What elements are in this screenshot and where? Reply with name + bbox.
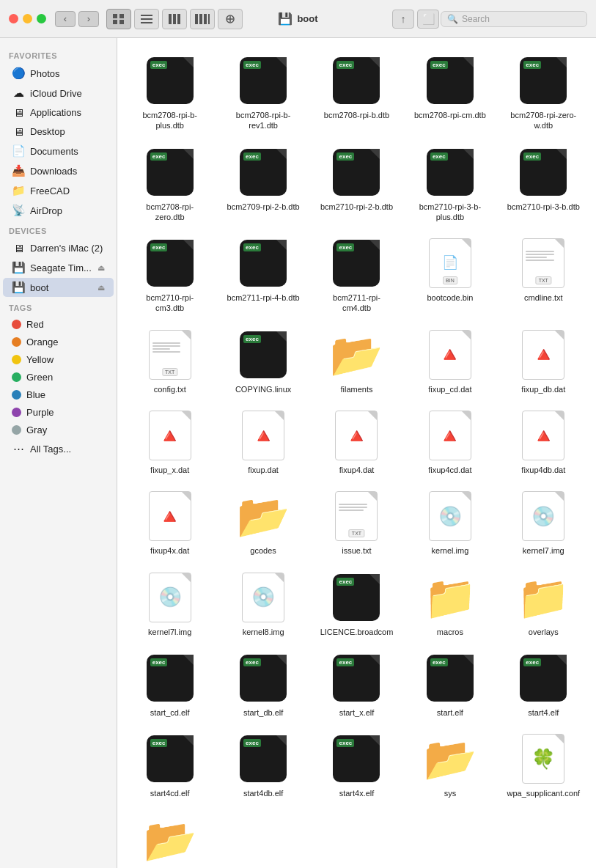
seagate-eject-icon[interactable]: ⏏ — [98, 263, 105, 273]
file-item[interactable]: exec start4db.elf — [218, 728, 308, 803]
sidebar-item-downloads[interactable]: 📥 Downloads — [3, 161, 114, 180]
file-item[interactable]: 🔺 fixup_db.dat — [498, 324, 589, 399]
sidebar-item-darren-imac[interactable]: 🖥 Darren's iMac (2) — [3, 239, 114, 257]
file-item[interactable]: 🔺 fixup4db.dat — [498, 405, 589, 479]
file-item[interactable]: exec bcm2710-rpi-cm3.dtb — [125, 232, 215, 318]
file-item[interactable]: exec start_cd.elf — [125, 647, 215, 722]
file-item[interactable]: 📂 www — [125, 809, 215, 868]
file-item[interactable]: 🍀 wpa_supplicant.conf — [498, 728, 589, 803]
file-item[interactable]: exec bcm2708-rpi-zero.dtb — [125, 141, 215, 227]
file-label: bcm2710-rpi-3-b.dtb — [507, 202, 580, 212]
file-item[interactable]: exec bcm2711-rpi-cm4.dtb — [312, 232, 402, 318]
maximize-button[interactable] — [37, 14, 46, 23]
file-label: start4x.elf — [339, 788, 375, 798]
gallery-view-button[interactable] — [190, 9, 215, 29]
folder-icon: 📂 — [330, 334, 383, 376]
file-item[interactable]: TXT config.txt — [125, 324, 215, 399]
sidebar-item-seagate[interactable]: 💾 Seagate Tim... ⏏ — [3, 258, 114, 277]
file-item[interactable]: 🔺 fixup4.dat — [312, 405, 402, 479]
file-item[interactable]: exec bcm2711-rpi-4-b.dtb — [218, 232, 308, 318]
file-item[interactable]: exec bcm2708-rpi-cm.dtb — [405, 50, 495, 136]
sidebar-item-blue[interactable]: Blue — [3, 386, 114, 403]
sidebar-item-freecad[interactable]: 📁 FreeCAD — [3, 181, 114, 200]
file-item[interactable]: 📂 filaments — [312, 324, 402, 399]
file-item[interactable]: exec bcm2708-rpi-b-rev1.dtb — [218, 50, 308, 136]
column-view-button[interactable] — [162, 9, 187, 29]
file-item[interactable]: exec bcm2708-rpi-b.dtb — [312, 50, 402, 136]
svg-rect-5 — [141, 18, 152, 20]
file-item[interactable]: exec start4.elf — [498, 647, 589, 722]
sidebar-item-icloud[interactable]: ☁ iCloud Drive — [3, 84, 114, 103]
window-buttons — [9, 14, 46, 23]
file-item[interactable]: 📄 BIN bootcode.bin — [405, 232, 495, 318]
file-item[interactable]: exec start.elf — [405, 647, 495, 722]
file-item[interactable]: 💿 kernel7l.img — [125, 567, 215, 641]
icon-view-button[interactable] — [106, 9, 131, 29]
search-bar[interactable]: 🔍 Search — [441, 11, 587, 27]
sidebar-item-all-tags[interactable]: ⋯ All Tags... — [3, 439, 114, 458]
sidebar-item-airdrop[interactable]: 📡 AirDrop — [3, 201, 114, 220]
file-item[interactable]: 💿 kernel7.img — [498, 485, 589, 560]
file-item[interactable]: 💿 kernel8.img — [218, 567, 308, 641]
file-item[interactable]: 🔺 fixup4cd.dat — [405, 405, 495, 479]
sidebar-item-red[interactable]: Red — [3, 316, 114, 333]
file-item[interactable]: exec start_db.elf — [218, 647, 308, 722]
file-item[interactable]: 📂 sys — [405, 728, 495, 803]
close-button[interactable] — [9, 14, 18, 23]
sidebar-item-orange[interactable]: Orange — [3, 334, 114, 350]
list-view-button[interactable] — [134, 9, 159, 29]
svg-rect-0 — [113, 14, 117, 18]
file-item[interactable]: exec start4x.elf — [312, 728, 402, 803]
file-label: config.txt — [154, 384, 186, 394]
sidebar-item-photos[interactable]: 🔵 Photos — [3, 64, 114, 83]
file-label: issue.txt — [342, 545, 371, 556]
tags-button[interactable]: ⬜ — [417, 10, 439, 29]
file-item[interactable]: exec bcm2708-rpi-zero-w.dtb — [498, 50, 589, 136]
file-label: start.elf — [437, 707, 463, 718]
share-button[interactable]: ↑ — [392, 10, 414, 29]
file-item[interactable]: exec bcm2710-rpi-2-b.dtb — [312, 141, 402, 227]
forward-button[interactable]: › — [78, 11, 99, 27]
file-item[interactable]: 📁 macros — [405, 567, 495, 641]
file-label: bcm2710-rpi-3-b-plus.dtb — [413, 202, 487, 223]
file-item[interactable]: exec LICENCE.broadcom — [312, 567, 402, 641]
minimize-button[interactable] — [23, 14, 32, 23]
sidebar-item-documents[interactable]: 📄 Documents — [3, 141, 114, 161]
action-dropdown-button[interactable] — [218, 9, 243, 29]
sidebar-item-purple[interactable]: Purple — [3, 404, 114, 421]
file-item[interactable]: 📂 gcodes — [218, 485, 308, 560]
file-label: overlays — [529, 627, 559, 637]
file-item[interactable]: exec start_x.elf — [312, 647, 402, 722]
file-item[interactable]: exec bcm2710-rpi-3-b-plus.dtb — [405, 141, 495, 227]
svg-rect-1 — [119, 14, 124, 18]
sidebar-item-applications[interactable]: 🖥 Applications — [3, 103, 114, 122]
back-button[interactable]: ‹ — [55, 11, 76, 27]
sidebar: Favorites 🔵 Photos ☁ iCloud Drive 🖥 Appl… — [0, 38, 117, 868]
title-icon: 💾 — [278, 12, 293, 26]
sidebar-item-gray[interactable]: Gray — [3, 422, 114, 438]
file-item[interactable]: exec bcm2710-rpi-3-b.dtb — [498, 141, 589, 227]
file-item[interactable]: 🔺 fixup_x.dat — [125, 405, 215, 479]
boot-eject-icon[interactable]: ⏏ — [98, 283, 105, 293]
file-item[interactable]: 🔺 fixup4x.dat — [125, 485, 215, 560]
file-item[interactable]: exec start4cd.elf — [125, 728, 215, 803]
file-label: COPYING.linux — [235, 384, 291, 394]
file-item[interactable]: 🔺 fixup_cd.dat — [405, 324, 495, 399]
sidebar-item-label: AirDrop — [30, 205, 62, 216]
sidebar-item-boot[interactable]: 💾 boot ⏏ — [3, 278, 114, 297]
sidebar-item-label: Blue — [26, 389, 45, 400]
sidebar-item-desktop[interactable]: 🖥 Desktop — [3, 122, 114, 141]
file-item[interactable]: exec bcm2709-rpi-2-b.dtb — [218, 141, 308, 227]
file-item[interactable]: 💿 kernel.img — [405, 485, 495, 560]
file-item[interactable]: TXT issue.txt — [312, 485, 402, 560]
sidebar-item-label: Gray — [26, 424, 47, 435]
file-item[interactable]: TXT cmdline.txt — [498, 232, 589, 318]
file-label: bootcode.bin — [427, 293, 473, 303]
file-item[interactable]: 🔺 fixup.dat — [218, 405, 308, 479]
sidebar-item-yellow[interactable]: Yellow — [3, 351, 114, 368]
sidebar-item-green[interactable]: Green — [3, 369, 114, 386]
file-item[interactable]: exec COPYING.linux — [218, 324, 308, 399]
file-item[interactable]: 📁 overlays — [498, 567, 589, 641]
file-item[interactable]: exec bcm2708-rpi-b-plus.dtb — [125, 50, 215, 136]
file-label: bcm2710-rpi-cm3.dtb — [133, 293, 207, 314]
